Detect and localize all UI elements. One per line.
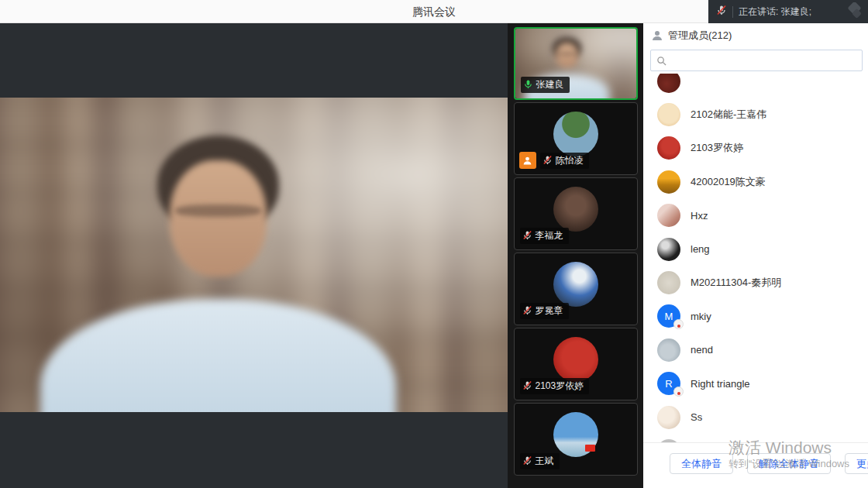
member-avatar bbox=[657, 339, 680, 362]
member-name: 2102储能-王嘉伟 bbox=[691, 108, 766, 122]
title-bar: 腾讯会议 正在讲话: 张建良; bbox=[0, 0, 868, 23]
participant-mic-icon bbox=[522, 380, 532, 393]
divider bbox=[732, 6, 733, 18]
host-badge-icon bbox=[519, 152, 536, 169]
member-name: leng bbox=[691, 243, 710, 255]
participant-nametag: 陈怡凌 bbox=[540, 153, 589, 169]
member-row[interactable]: R Right triangle bbox=[643, 367, 868, 400]
participant-thumbnail[interactable]: 张建良 bbox=[514, 27, 638, 100]
member-name: Right triangle bbox=[691, 378, 750, 390]
members-header-label: 管理成员(212) bbox=[668, 29, 732, 43]
member-row[interactable]: leng bbox=[643, 232, 868, 266]
members-icon bbox=[651, 29, 663, 42]
members-panel: 管理成员(212) 2102储能-王嘉伟 2103罗依婷 bbox=[643, 23, 868, 488]
participant-name: 罗冕章 bbox=[536, 304, 563, 318]
more-button[interactable]: 更多 bbox=[845, 453, 868, 474]
participant-thumbnail[interactable]: 李福龙 bbox=[514, 177, 638, 250]
collapse-arrow-icon[interactable] bbox=[843, 2, 863, 21]
member-search-box bbox=[650, 50, 863, 71]
member-name: M202111304-秦邦明 bbox=[691, 276, 781, 290]
participant-name: 陈怡凌 bbox=[556, 154, 584, 167]
member-avatar bbox=[657, 136, 680, 160]
member-name: mkiy bbox=[691, 311, 711, 322]
main-speaker-video bbox=[0, 98, 508, 412]
member-avatar bbox=[657, 170, 680, 194]
participant-name: 2103罗依婷 bbox=[536, 380, 584, 393]
participant-mic-icon bbox=[522, 230, 532, 242]
participant-mic-icon bbox=[522, 455, 532, 468]
participant-nametag: 张建良 bbox=[521, 77, 570, 93]
member-avatar-initial: M bbox=[665, 311, 673, 322]
speaker-video-frame bbox=[0, 98, 508, 412]
participant-nametag: 罗冕章 bbox=[520, 303, 569, 319]
members-header: 管理成员(212) bbox=[643, 23, 868, 48]
participant-mic-icon bbox=[522, 305, 532, 318]
participant-name: 王斌 bbox=[536, 455, 554, 468]
member-avatar bbox=[657, 204, 680, 227]
speaking-indicator-bar: 正在讲话: 张建良; bbox=[708, 0, 868, 23]
participant-nametag: 2103罗依婷 bbox=[520, 378, 590, 394]
member-avatar bbox=[657, 74, 680, 93]
member-muted-mic-badge bbox=[673, 387, 684, 397]
participant-nametag: 王斌 bbox=[520, 453, 560, 469]
member-avatar: M bbox=[657, 304, 680, 328]
member-row[interactable]: 42002019陈文豪 bbox=[643, 165, 868, 198]
participant-thumbnail[interactable]: 2103罗依婷 bbox=[514, 328, 638, 400]
search-icon bbox=[656, 56, 666, 66]
participant-nametag: 李福龙 bbox=[520, 228, 569, 244]
member-row[interactable]: Hxz bbox=[643, 199, 868, 232]
member-avatar-initial: R bbox=[665, 378, 672, 390]
participant-mic-icon bbox=[542, 155, 553, 167]
member-name: nend bbox=[691, 344, 713, 356]
member-name: Hxz bbox=[691, 210, 708, 222]
participant-avatar bbox=[553, 262, 598, 307]
muted-mic-icon bbox=[716, 5, 727, 19]
member-row[interactable] bbox=[643, 434, 868, 442]
member-avatar bbox=[657, 271, 680, 294]
main-video-area bbox=[0, 23, 508, 488]
member-name: Ss bbox=[691, 411, 702, 423]
participant-avatar bbox=[553, 337, 598, 382]
participant-name: 李福龙 bbox=[536, 229, 563, 242]
member-row[interactable]: M mkiy bbox=[643, 300, 868, 333]
member-row[interactable]: nend bbox=[643, 333, 868, 366]
participant-thumbnail[interactable]: 陈怡凌 bbox=[514, 102, 638, 175]
participant-thumbnail-strip: 张建良 陈怡凌 bbox=[508, 23, 643, 488]
member-list[interactable]: 2102储能-王嘉伟 2103罗依婷 42002019陈文豪 Hxz leng … bbox=[643, 74, 868, 442]
participant-name: 张建良 bbox=[536, 78, 564, 91]
participant-thumbnail[interactable]: 罗冕章 bbox=[514, 253, 638, 325]
member-row[interactable]: 2103罗依婷 bbox=[643, 132, 868, 165]
flag-decoration bbox=[585, 445, 595, 452]
meeting-window: 腾讯会议 正在讲话: 张建良; bbox=[0, 0, 868, 488]
member-avatar bbox=[657, 406, 680, 429]
member-avatar bbox=[657, 238, 680, 261]
member-avatar bbox=[657, 103, 680, 126]
member-row[interactable]: M202111304-秦邦明 bbox=[643, 266, 868, 299]
unmute-all-button[interactable]: 解除全体静音 bbox=[747, 453, 831, 474]
member-name: 42002019陈文豪 bbox=[691, 175, 766, 189]
participant-mic-icon bbox=[523, 79, 533, 91]
members-footer: 全体静音 解除全体静音 更多 bbox=[643, 442, 868, 488]
participant-avatar bbox=[553, 112, 598, 156]
speaking-label: 正在讲话: 张建良; bbox=[739, 5, 838, 19]
member-row[interactable] bbox=[643, 74, 868, 98]
participant-avatar bbox=[553, 187, 598, 232]
mute-all-button[interactable]: 全体静音 bbox=[670, 453, 733, 474]
member-row[interactable]: 2102储能-王嘉伟 bbox=[643, 98, 868, 131]
member-muted-mic-badge bbox=[673, 319, 684, 329]
member-search-input[interactable] bbox=[670, 54, 856, 67]
member-name: 2103罗依婷 bbox=[691, 141, 743, 155]
member-row[interactable]: Ss bbox=[643, 400, 868, 434]
member-avatar: R bbox=[657, 372, 680, 395]
participant-thumbnail[interactable]: 王斌 bbox=[514, 403, 638, 476]
